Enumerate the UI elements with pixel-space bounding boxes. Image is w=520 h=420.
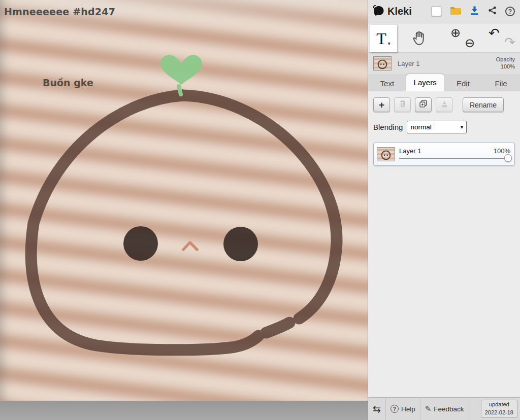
canvas-title-text: Hmneeeeee #hd247	[4, 6, 115, 17]
panel-header: Kleki	[368, 0, 520, 23]
tool-bar: T ▾ ⊕ ⊖ ↶ ↷	[368, 23, 520, 53]
merge-down-icon	[440, 100, 448, 110]
trash-icon	[399, 99, 407, 110]
duplicate-icon	[419, 99, 428, 110]
heart-sprout	[160, 55, 202, 85]
nose-caret	[183, 242, 197, 250]
layer-item-opacity: 100%	[494, 147, 510, 155]
blending-select[interactable]: normal ▾	[407, 121, 467, 133]
layer-actions-row: +	[373, 97, 515, 112]
layer-thumbnail	[373, 56, 392, 71]
download-button[interactable]	[470, 6, 479, 17]
plus-icon: +	[379, 100, 384, 110]
text-tool-button[interactable]: T ▾	[370, 25, 397, 52]
undo-button[interactable]: ↶	[489, 26, 500, 40]
tab-edit[interactable]: Edit	[444, 76, 482, 91]
pen-icon: ✎	[425, 404, 432, 413]
rename-button[interactable]: Rename	[463, 97, 504, 112]
download-icon	[470, 6, 479, 17]
feedback-button[interactable]: ✎ Feedback	[420, 398, 469, 420]
undo-icon: ↶	[489, 25, 500, 41]
hand-icon	[412, 39, 427, 48]
help-button[interactable]: ?	[505, 7, 515, 16]
swap-arrows-icon: ⇆	[373, 403, 381, 414]
share-button[interactable]	[488, 6, 497, 17]
help-circle-icon: ?	[391, 405, 399, 413]
blob-outline-dash	[266, 323, 289, 333]
redo-icon: ↷	[504, 34, 515, 50]
current-layer-name: Layer 1	[398, 60, 419, 67]
right-eye	[223, 227, 258, 261]
updated-label: updated	[485, 401, 513, 409]
kleki-logo-icon	[372, 4, 385, 19]
hand-tool-button[interactable]	[412, 30, 427, 48]
share-icon	[488, 6, 497, 17]
merge-down-button[interactable]	[436, 97, 452, 112]
layers-panel: +	[368, 91, 520, 397]
help-icon: ?	[505, 7, 515, 16]
updated-version-button[interactable]: updated 2022-02-18	[481, 400, 517, 418]
side-panel: Kleki	[368, 0, 520, 420]
left-eye	[123, 226, 158, 261]
rename-label: Rename	[470, 101, 497, 109]
layer-opacity-slider[interactable]	[399, 155, 510, 161]
zoom-out-button[interactable]: ⊖	[465, 37, 475, 49]
blob-outline-left	[31, 95, 258, 350]
chevron-down-icon: ▾	[388, 41, 391, 46]
zoom-out-icon: ⊖	[465, 36, 475, 50]
zoom-in-button[interactable]: ⊕	[450, 27, 461, 39]
blending-row: Blending normal ▾	[373, 121, 515, 133]
tab-text[interactable]: Text	[368, 76, 406, 91]
duplicate-layer-button[interactable]	[415, 97, 432, 112]
layer-item-main: Layer 1 100%	[399, 147, 510, 161]
layer-item-name: Layer 1	[399, 147, 421, 155]
open-file-button[interactable]	[450, 6, 461, 17]
updated-date: 2022-02-18	[485, 409, 513, 417]
opacity-value: 100%	[496, 63, 515, 71]
add-layer-button[interactable]: +	[373, 97, 390, 112]
kleki-app: Hmneeeeee #hd247 Buồn gke Kleki	[0, 0, 520, 420]
app-name: Kleki	[387, 6, 412, 17]
tab-layers[interactable]: Layers	[406, 74, 444, 91]
delete-layer-button[interactable]	[394, 97, 411, 112]
drawing-canvas[interactable]: Hmneeeeee #hd247 Buồn gke	[0, 0, 368, 420]
canvas-caption-text: Buồn gke	[43, 77, 93, 88]
slider-track[interactable]	[399, 158, 508, 159]
layer-list-item[interactable]: Layer 1 100%	[373, 143, 515, 166]
canvas-bottom-bar	[0, 401, 368, 420]
opacity-label: Opacity	[496, 56, 515, 63]
select-caret-icon: ▾	[461, 124, 464, 130]
sprout-stem	[179, 86, 181, 94]
folder-icon	[450, 6, 461, 17]
blob-outline-right	[183, 95, 337, 319]
blending-label: Blending	[373, 123, 403, 131]
help-label: Help	[401, 405, 415, 413]
panel-tabs: Text Layers Edit File	[368, 74, 520, 91]
new-file-button[interactable]	[432, 7, 441, 16]
feedback-label: Feedback	[434, 405, 464, 413]
slider-knob[interactable]	[504, 154, 512, 162]
panel-footer: ⇆ ? Help ✎ Feedback updated 2022-02-18	[368, 397, 520, 420]
help-footer-button[interactable]: ? Help	[386, 398, 420, 420]
tab-file[interactable]: File	[482, 76, 520, 91]
drawing-artwork	[0, 0, 368, 401]
swap-tool-button[interactable]: ⇆	[368, 398, 386, 420]
layer-item-thumbnail	[377, 147, 395, 161]
blending-value: normal	[410, 123, 431, 131]
current-layer-bar: Layer 1 Opacity 100%	[368, 53, 520, 74]
new-file-icon	[432, 7, 441, 16]
opacity-readout: Opacity 100%	[496, 56, 515, 71]
zoom-in-icon: ⊕	[450, 26, 461, 40]
redo-button[interactable]: ↷	[504, 36, 515, 49]
text-tool-icon: T	[376, 30, 386, 47]
